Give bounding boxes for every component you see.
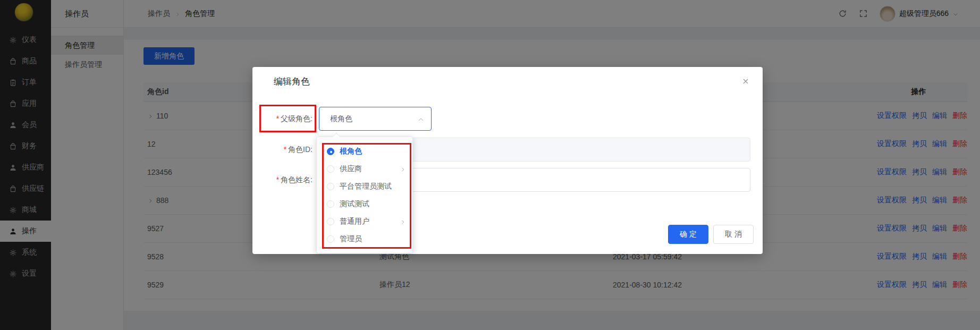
chevron-up-icon [417, 114, 425, 123]
parent-role-value: 根角色 [330, 114, 352, 124]
parent-role-dropdown: 根角色 供应商 平台管理员测试 测试测试 普通用户 管理员 [316, 137, 413, 253]
required-mark: * [276, 175, 279, 184]
dropdown-option-test-test[interactable]: 测试测试 [317, 195, 412, 213]
required-mark: * [276, 114, 279, 123]
radio-selected-icon [327, 148, 334, 155]
field-role-name: *角色姓名: [252, 168, 312, 192]
radio-icon [327, 200, 334, 208]
parent-role-label: *父级角色: [252, 114, 312, 124]
dialog-title: 编辑角色 [274, 75, 310, 88]
radio-icon [327, 165, 334, 173]
radio-icon [327, 218, 334, 225]
role-name-label: *角色姓名: [252, 175, 312, 185]
required-mark: * [284, 145, 286, 154]
chevron-right-icon [400, 165, 406, 173]
dropdown-option-admin[interactable]: 管理员 [317, 230, 412, 248]
app-root: 仪表 商品 订单 应用 会员 财务 供应商 供应链 [0, 0, 980, 330]
close-icon[interactable] [741, 77, 750, 86]
cancel-button[interactable]: 取 消 [713, 225, 754, 244]
role-id-label: *角色ID: [252, 145, 312, 155]
dropdown-option-supplier[interactable]: 供应商 [317, 160, 412, 177]
radio-icon [327, 183, 334, 190]
field-role-id: *角色ID: [252, 138, 312, 162]
chevron-right-icon [400, 217, 406, 226]
dropdown-option-normal-user[interactable]: 普通用户 [317, 213, 412, 230]
confirm-button[interactable]: 确 定 [668, 225, 708, 244]
field-parent-role: *父级角色: 根角色 [252, 107, 312, 131]
dropdown-option-root-role[interactable]: 根角色 [317, 142, 412, 160]
radio-icon [327, 235, 334, 243]
dropdown-option-platform-admin-test[interactable]: 平台管理员测试 [317, 177, 412, 195]
parent-role-select[interactable]: 根角色 [319, 107, 432, 131]
